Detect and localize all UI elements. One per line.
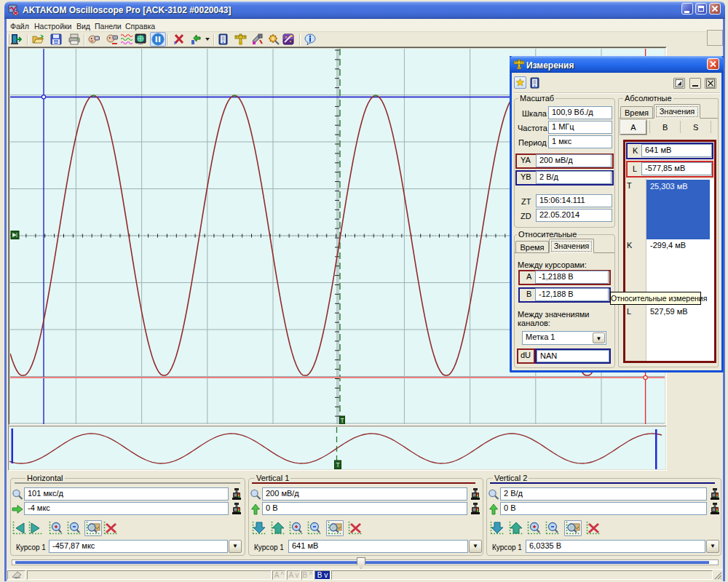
svg-text:T: T	[336, 461, 339, 469]
svg-text:T: T	[340, 417, 344, 424]
